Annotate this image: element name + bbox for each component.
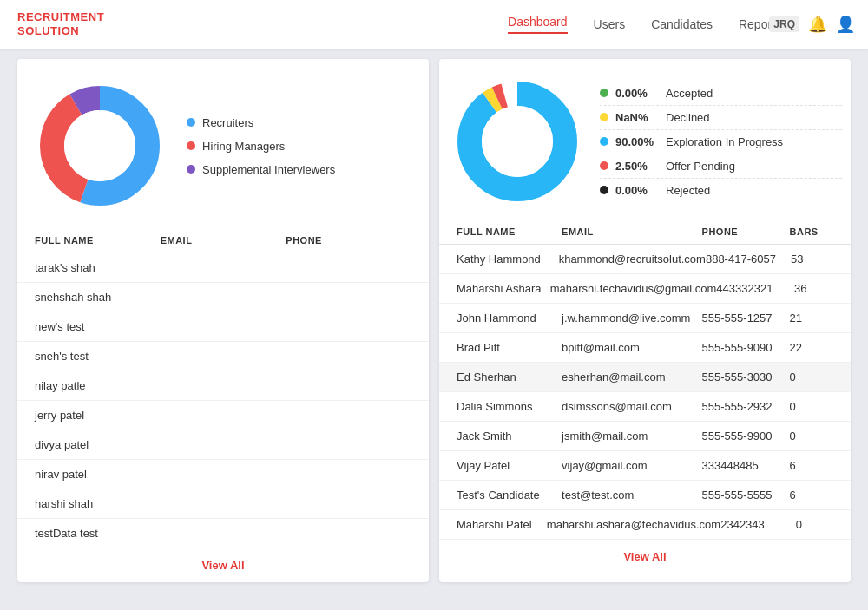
recruiters-label: Recruiters	[202, 116, 253, 129]
left-row-phone	[286, 350, 411, 363]
right-row-phone: 555-555-1257	[702, 312, 790, 325]
right-legend-item: 2.50% Offer Pending	[600, 154, 842, 179]
left-card: Recruiters Hiring Managers Supplemental …	[17, 59, 429, 582]
right-col-name: FULL NAME	[457, 226, 562, 237]
left-row-phone	[286, 261, 411, 274]
left-table-row: divya patel	[17, 430, 429, 460]
right-row-name: Dalia Simmons	[457, 400, 562, 413]
right-legend-label: Exploration In Progress	[666, 135, 783, 148]
left-row-email	[161, 379, 286, 392]
right-row-name: John Hammond	[457, 312, 562, 325]
nav-dashboard[interactable]: Dashboard	[508, 15, 568, 34]
left-row-email	[161, 438, 286, 451]
left-row-email	[161, 291, 286, 304]
left-legend: Recruiters Hiring Managers Supplemental …	[187, 116, 335, 176]
left-row-phone	[286, 527, 411, 540]
left-col-phone: PHONE	[286, 235, 411, 246]
right-col-bars: BARS	[790, 226, 833, 237]
right-legend-pct: 90.00%	[615, 135, 659, 148]
right-table-row: Test's Candidate test@test.com 555-555-5…	[439, 481, 851, 510]
right-row-phone: 555-555-2932	[702, 400, 790, 413]
right-legend-pct: 0.00%	[615, 184, 659, 197]
left-row-email	[161, 350, 286, 363]
left-row-phone	[286, 409, 411, 422]
left-view-all[interactable]: View All	[17, 548, 429, 582]
bell-icon[interactable]: 🔔	[808, 15, 827, 34]
left-row-phone	[286, 320, 411, 333]
right-legend-label: Rejected	[666, 184, 710, 197]
right-table-body: Kathy Hammond khammond@recruitsolut.com …	[439, 245, 851, 540]
left-table-row: harshi shah	[17, 489, 429, 519]
right-legend-dot	[600, 186, 608, 194]
nav-users[interactable]: Users	[594, 17, 626, 31]
right-donut-chart	[448, 72, 587, 211]
right-legend-pct: 2.50%	[615, 160, 659, 173]
left-row-name: nilay patle	[35, 379, 161, 392]
right-row-name: Brad Pitt	[457, 341, 562, 354]
left-row-name: tarak's shah	[35, 261, 161, 274]
right-legend-item: 0.00% Rejected	[600, 179, 842, 202]
right-row-name: Vijay Patel	[457, 459, 562, 472]
right-row-name: Maharshi Patel	[457, 518, 547, 531]
right-row-phone: 555-555-9090	[702, 341, 790, 354]
left-donut-chart	[30, 76, 169, 215]
right-row-name: Test's Candidate	[457, 489, 562, 502]
right-row-email: esherhan@mail.com	[562, 371, 701, 384]
svg-point-7	[482, 106, 553, 177]
main-content: Recruiters Hiring Managers Supplemental …	[0, 49, 868, 593]
right-table-row: Vijay Patel vijay@gmail.com 333448485 6	[439, 451, 851, 481]
right-row-email: maharshi.techavidus@gmail.com	[550, 282, 717, 295]
left-row-email	[161, 468, 286, 481]
right-legend-dot	[600, 113, 608, 121]
left-table-header: FULL NAME EMAIL PHONE	[17, 228, 429, 253]
right-row-phone: 555-555-9900	[702, 430, 790, 443]
left-table-row: snehshah shah	[17, 283, 429, 312]
legend-recruiters: Recruiters	[187, 116, 335, 129]
left-table-row: testData test	[17, 519, 429, 548]
right-table-header: FULL NAME EMAIL PHONE BARS	[439, 220, 851, 245]
left-row-name: jerry patel	[35, 409, 161, 422]
right-row-email: khammond@recruitsolut.com	[559, 253, 706, 266]
supplemental-label: Supplemental Interviewers	[202, 163, 335, 176]
left-table-row: new's test	[17, 312, 429, 342]
left-row-phone	[286, 379, 411, 392]
left-table-row: nilay patle	[17, 371, 429, 401]
right-legend-dot	[600, 161, 608, 170]
right-row-phone: 888-417-6057	[706, 253, 791, 266]
right-row-bars: 21	[790, 312, 833, 325]
right-card: 0.00% Accepted NaN% Declined 90.00% Expl…	[439, 59, 851, 582]
user-icon[interactable]: 👤	[836, 15, 855, 34]
right-row-bars: 22	[790, 341, 833, 354]
right-legend-dot	[600, 89, 608, 97]
brand-logo: RECRUITMENT SOLUTION	[17, 10, 104, 37]
left-row-phone	[286, 497, 411, 510]
right-view-all[interactable]: View All	[439, 540, 851, 574]
right-row-email: j.w.hammond@live.comm	[562, 312, 701, 325]
left-table-body: tarak's shah snehshah shah new's test sn…	[17, 253, 429, 548]
right-table-row: Kathy Hammond khammond@recruitsolut.com …	[439, 245, 851, 274]
right-table-row: Jack Smith jsmith@mail.com 555-555-9900 …	[439, 422, 851, 451]
right-legend-label: Offer Pending	[666, 160, 735, 173]
right-legend-dot	[600, 137, 608, 146]
left-col-name: FULL NAME	[35, 235, 161, 246]
right-legend-pct: 0.00%	[615, 87, 659, 100]
left-row-email	[161, 320, 286, 333]
right-row-bars: 53	[791, 253, 833, 266]
left-row-name: snehshah shah	[35, 291, 161, 304]
right-legend-label: Accepted	[666, 87, 713, 100]
right-legend-item: 0.00% Accepted	[600, 82, 842, 106]
right-chart-section: 0.00% Accepted NaN% Declined 90.00% Expl…	[439, 59, 851, 220]
left-row-name: sneh's test	[35, 350, 161, 363]
supplemental-dot	[187, 165, 195, 174]
right-row-bars: 0	[790, 400, 833, 413]
right-table-row: Maharshi Patel maharshi.ashara@techavidu…	[439, 510, 851, 540]
right-row-bars: 6	[790, 489, 833, 502]
right-legend-label: Declined	[666, 111, 710, 124]
left-table-row: jerry patel	[17, 401, 429, 430]
right-legend: 0.00% Accepted NaN% Declined 90.00% Expl…	[600, 82, 842, 202]
left-row-email	[161, 497, 286, 510]
nav-candidates[interactable]: Candidates	[651, 17, 713, 31]
right-col-email: EMAIL	[562, 226, 701, 237]
right-row-email: vijay@gmail.com	[562, 459, 701, 472]
right-table-row: Dalia Simmons dsimssons@mail.com 555-555…	[439, 392, 851, 422]
